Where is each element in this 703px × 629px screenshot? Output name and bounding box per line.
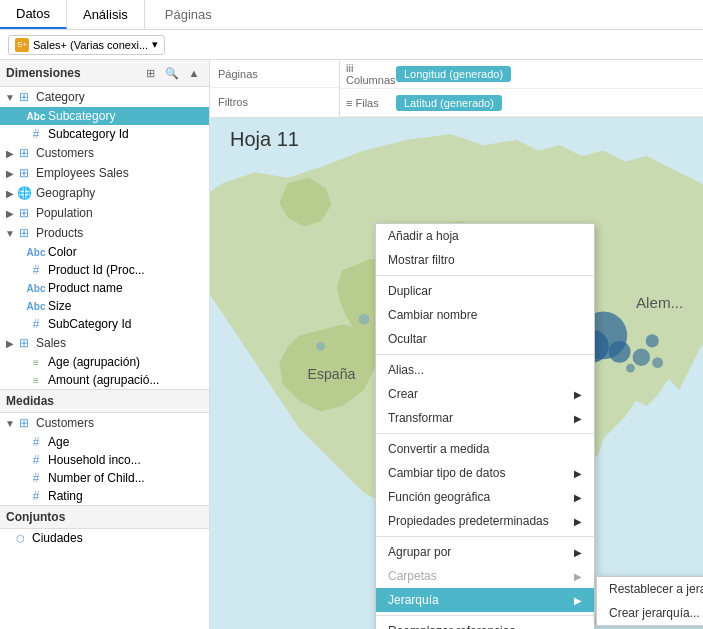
menu-cambiar-nombre[interactable]: Cambiar nombre — [376, 303, 594, 327]
customers-measures-group[interactable]: ▼ ⊞ Customers — [0, 413, 209, 433]
filas-pill[interactable]: Latitud (generado) — [396, 95, 502, 111]
dimensions-search-icon[interactable]: 🔍 — [163, 64, 181, 82]
filas-label: ≡ Filas — [346, 97, 396, 109]
menu-transformar[interactable]: Transformar ▶ — [376, 406, 594, 430]
color-abc-icon: Abc — [28, 245, 44, 259]
rating-item[interactable]: # Rating — [0, 487, 209, 505]
datos-tab[interactable]: Datos — [0, 0, 67, 29]
sales-expand: ▶ — [4, 337, 16, 349]
datasource-selector[interactable]: S+ Sales+ (Varias conexi... ▾ — [8, 35, 165, 55]
menu-sep-1 — [376, 275, 594, 276]
amount-bars-icon: ≡ — [28, 373, 44, 387]
filtros-shelf-label: Filtros — [218, 96, 248, 108]
analisis-tab[interactable]: Análisis — [67, 0, 145, 29]
menu-jerarquia[interactable]: Jerarquía ▶ — [376, 588, 594, 612]
geography-label: Geography — [36, 186, 95, 200]
menu-duplicar[interactable]: Duplicar — [376, 279, 594, 303]
svg-point-6 — [652, 357, 663, 368]
dimensions-collapse-icon[interactable]: ▲ — [185, 64, 203, 82]
dimensions-grid-icon[interactable]: ⊞ — [141, 64, 159, 82]
svg-point-5 — [646, 334, 659, 347]
ciudades-icon: ⬡ — [12, 531, 28, 545]
propiedades-arrow: ▶ — [574, 516, 582, 527]
subcategory-id-prod-item[interactable]: # SubCategory Id — [0, 315, 209, 333]
svg-point-4 — [633, 348, 650, 365]
context-menu: Añadir a hoja Mostrar filtro Duplicar Ca… — [375, 223, 595, 629]
employees-grid-icon: ⊞ — [16, 165, 32, 181]
menu-sep-4 — [376, 536, 594, 537]
population-expand: ▶ — [4, 207, 16, 219]
menu-sep-5 — [376, 615, 594, 616]
jerarquia-submenu: Restablecer a jerarquía ▶ Crear jerarquí… — [596, 576, 703, 626]
measures-section: Medidas ▼ ⊞ Customers # Age # Household … — [0, 389, 209, 505]
ciudades-item[interactable]: ⬡ Ciudades — [0, 529, 209, 547]
rating-label: Rating — [48, 489, 83, 503]
products-label: Products — [36, 226, 83, 240]
color-item[interactable]: Abc Color — [0, 243, 209, 261]
age-agrupacion-item[interactable]: ≡ Age (agrupación) — [0, 353, 209, 371]
geography-group[interactable]: ▶ 🌐 Geography — [0, 183, 209, 203]
menu-crear[interactable]: Crear ▶ — [376, 382, 594, 406]
size-item[interactable]: Abc Size — [0, 297, 209, 315]
menu-convertir-medida[interactable]: Convertir a medida — [376, 437, 594, 461]
measures-title: Medidas — [6, 394, 54, 408]
datasource-icon: S+ — [15, 38, 29, 52]
population-group[interactable]: ▶ ⊞ Population — [0, 203, 209, 223]
population-label: Population — [36, 206, 93, 220]
menu-propiedades[interactable]: Propiedades predeterminadas ▶ — [376, 509, 594, 533]
columns-shelf: iii Columnas Longitud (generado) — [340, 60, 703, 89]
subcategory-id-item[interactable]: # Subcategory Id — [0, 125, 209, 143]
population-grid-icon: ⊞ — [16, 205, 32, 221]
menu-ocultar[interactable]: Ocultar — [376, 327, 594, 351]
amount-agrupacion-label: Amount (agrupació... — [48, 373, 159, 387]
sales-grid-icon: ⊞ — [16, 335, 32, 351]
cambiar-tipo-arrow: ▶ — [574, 468, 582, 479]
sales-group-header[interactable]: ▶ ⊞ Sales — [0, 333, 209, 353]
number-child-hash-icon: # — [28, 471, 44, 485]
subcategory-id-prod-label: SubCategory Id — [48, 317, 131, 331]
menu-reemplazar[interactable]: Reemplazar referencias... — [376, 619, 594, 629]
map-area: Hoja 11 — [210, 118, 703, 629]
age-measure-item[interactable]: # Age — [0, 433, 209, 451]
household-item[interactable]: # Household inco... — [0, 451, 209, 469]
menu-sep-2 — [376, 354, 594, 355]
menu-sep-3 — [376, 433, 594, 434]
svg-point-3 — [609, 341, 631, 363]
subcategory-id-prod-hash-icon: # — [28, 317, 44, 331]
employees-label: Employees Sales — [36, 166, 129, 180]
sub-crear-jerarquia[interactable]: Crear jerarquía... — [597, 601, 703, 625]
datasource-arrow: ▾ — [152, 38, 158, 51]
datos-tab-label: Datos — [16, 6, 50, 21]
menu-cambiar-tipo[interactable]: Cambiar tipo de datos ▶ — [376, 461, 594, 485]
menu-agrupar-por[interactable]: Agrupar por ▶ — [376, 540, 594, 564]
conjuntos-title: Conjuntos — [6, 510, 65, 524]
menu-funcion-geo[interactable]: Función geográfica ▶ — [376, 485, 594, 509]
columnas-pill[interactable]: Longitud (generado) — [396, 66, 511, 82]
rows-shelf: ≡ Filas Latitud (generado) — [340, 89, 703, 117]
paginas-shelf-label: Páginas — [218, 68, 258, 80]
menu-carpetas[interactable]: Carpetas ▶ — [376, 564, 594, 588]
product-name-item[interactable]: Abc Product name — [0, 279, 209, 297]
products-group-header[interactable]: ▼ ⊞ Products — [0, 223, 209, 243]
products-group: ▼ ⊞ Products Abc Color # Product Id (Pro… — [0, 223, 209, 333]
sub-restablecer[interactable]: Restablecer a jerarquía ▶ — [597, 577, 703, 601]
product-name-abc-icon: Abc — [28, 281, 44, 295]
menu-anadir-hoja[interactable]: Añadir a hoja — [376, 224, 594, 248]
customers-grid-icon: ⊞ — [16, 145, 32, 161]
subcategory-item[interactable]: Abc Subcategory — [0, 107, 209, 125]
customers-dim-group[interactable]: ▶ ⊞ Customers — [0, 143, 209, 163]
menu-alias[interactable]: Alias... — [376, 358, 594, 382]
category-group-header[interactable]: ▼ ⊞ Category — [0, 87, 209, 107]
transformar-arrow: ▶ — [574, 413, 582, 424]
amount-agrupacion-item[interactable]: ≡ Amount (agrupació... — [0, 371, 209, 389]
menu-mostrar-filtro[interactable]: Mostrar filtro — [376, 248, 594, 272]
employees-group[interactable]: ▶ ⊞ Employees Sales — [0, 163, 209, 183]
household-label: Household inco... — [48, 453, 141, 467]
category-group: ▼ ⊞ Category Abc Subcategory # Subcatego… — [0, 87, 209, 143]
geography-expand: ▶ — [4, 187, 16, 199]
product-id-item[interactable]: # Product Id (Proc... — [0, 261, 209, 279]
category-grid-icon: ⊞ — [16, 89, 32, 105]
analisis-tab-label: Análisis — [83, 7, 128, 22]
number-child-item[interactable]: # Number of Child... — [0, 469, 209, 487]
product-id-hash-icon: # — [28, 263, 44, 277]
